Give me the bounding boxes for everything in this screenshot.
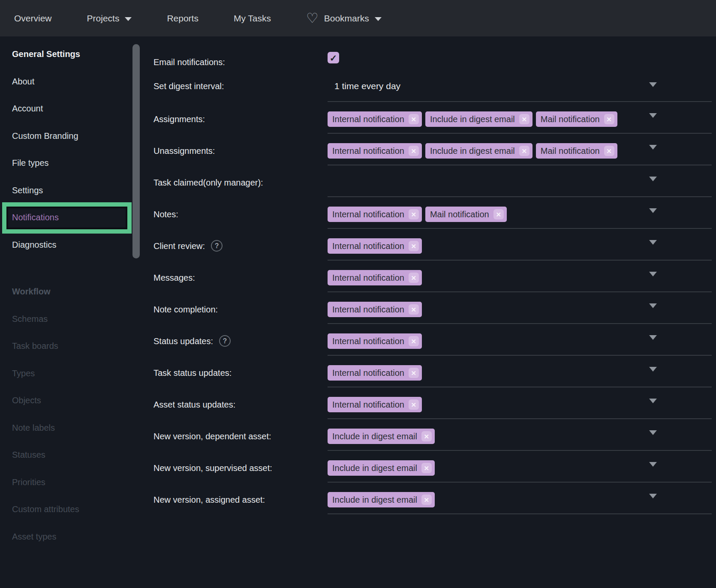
tag-internal-notification: Internal notification ✕ (328, 397, 422, 412)
remove-tag-button[interactable]: ✕ (604, 146, 614, 156)
tag-include-in-digest-email: Include in digest email ✕ (425, 143, 532, 159)
nav-item-overview[interactable]: Overview (14, 13, 52, 24)
remove-tag-button[interactable]: ✕ (519, 114, 529, 124)
tag-mail-notification: Mail notification ✕ (425, 207, 507, 222)
status-updates-multiselect[interactable]: Internal notification ✕ (328, 324, 712, 356)
chevron-down-icon (375, 17, 382, 21)
field-messages: Messages: Internal notification ✕ (141, 261, 716, 292)
nav-item-label: Bookmarks (324, 13, 369, 24)
task-status-updates-multiselect[interactable]: Internal notification ✕ (328, 356, 712, 387)
nav-item-my-tasks[interactable]: My Tasks (234, 13, 271, 24)
close-icon: ✕ (411, 116, 417, 123)
chevron-down-icon (649, 272, 657, 276)
close-icon: ✕ (411, 148, 417, 154)
tag-internal-notification: Internal notification ✕ (328, 111, 422, 127)
close-icon: ✕ (411, 243, 417, 249)
field-status-updates: Status updates: ? Internal notification … (141, 324, 716, 356)
field-label: Task claimed(only manager): (141, 165, 328, 197)
field-assignments: Assignments: Internal notification ✕ Inc… (141, 102, 716, 134)
chevron-down-icon (649, 367, 657, 372)
sidebar-section-gap (0, 258, 141, 278)
remove-tag-button[interactable]: ✕ (604, 114, 614, 124)
close-icon: ✕ (521, 116, 527, 123)
remove-tag-button[interactable]: ✕ (409, 241, 419, 251)
nav-item-label: Reports (167, 13, 199, 24)
chevron-down-icon (649, 335, 657, 340)
close-icon: ✕ (411, 370, 417, 376)
close-icon: ✕ (521, 148, 527, 154)
sidebar-item-custom-branding[interactable]: Custom Branding (0, 123, 141, 150)
field-label: Note completion: (141, 292, 328, 324)
tag-mail-notification: Mail notification ✕ (536, 143, 617, 159)
remove-tag-button[interactable]: ✕ (409, 114, 419, 124)
close-icon: ✕ (411, 211, 417, 218)
remove-tag-button[interactable]: ✕ (409, 273, 419, 283)
sidebar-item-settings[interactable]: Settings (0, 177, 141, 204)
remove-tag-button[interactable]: ✕ (421, 495, 432, 505)
new-version-supervised-multiselect[interactable]: Include in digest email ✕ (328, 451, 712, 483)
sidebar-item-diagnostics[interactable]: Diagnostics (0, 231, 141, 259)
remove-tag-button[interactable]: ✕ (421, 463, 432, 473)
unassignments-multiselect[interactable]: Internal notification ✕ Include in diges… (328, 134, 712, 165)
field-unassignments: Unassignments: Internal notification ✕ I… (141, 134, 716, 165)
chevron-down-icon (649, 240, 657, 245)
remove-tag-button[interactable]: ✕ (409, 368, 419, 378)
nav-item-reports[interactable]: Reports (167, 13, 199, 24)
remove-tag-button[interactable]: ✕ (409, 399, 419, 410)
asset-status-updates-multiselect[interactable]: Internal notification ✕ (328, 387, 712, 419)
tag-include-in-digest-email: Include in digest email ✕ (425, 111, 532, 127)
help-icon[interactable]: ? (219, 335, 231, 347)
new-version-assigned-multiselect[interactable]: Include in digest email ✕ (328, 483, 712, 514)
notes-multiselect[interactable]: Internal notification ✕ Mail notificatio… (328, 197, 712, 229)
nav-item-bookmarks[interactable]: ♡ Bookmarks (306, 12, 382, 25)
help-icon[interactable]: ? (211, 240, 223, 252)
sidebar-header-workflow: Workflow (0, 278, 141, 306)
tag-internal-notification: Internal notification ✕ (328, 270, 422, 285)
sidebar: General Settings About Account Custom Br… (0, 36, 141, 588)
close-icon: ✕ (411, 338, 417, 345)
new-version-dependent-multiselect[interactable]: Include in digest email ✕ (328, 419, 712, 451)
note-completion-multiselect[interactable]: Internal notification ✕ (328, 292, 712, 324)
nav-item-label: Projects (87, 13, 120, 24)
field-task-claimed: Task claimed(only manager): (141, 165, 716, 197)
email-notifications-checkbox[interactable]: ✓ (328, 52, 339, 63)
nav-item-projects[interactable]: Projects (87, 13, 132, 24)
tag-internal-notification: Internal notification ✕ (328, 238, 422, 254)
remove-tag-button[interactable]: ✕ (409, 209, 419, 219)
sidebar-item-task-boards[interactable]: Task boards (0, 333, 141, 360)
remove-tag-button[interactable]: ✕ (409, 146, 419, 156)
remove-tag-button[interactable]: ✕ (409, 336, 419, 346)
sidebar-item-types[interactable]: Types (0, 360, 141, 387)
remove-tag-button[interactable]: ✕ (421, 431, 432, 441)
sidebar-item-priorities[interactable]: Priorities (0, 469, 141, 496)
sidebar-item-statuses[interactable]: Statuses (0, 441, 141, 469)
client-review-multiselect[interactable]: Internal notification ✕ (328, 229, 712, 261)
sidebar-item-schemas[interactable]: Schemas (0, 306, 141, 333)
chevron-down-icon (649, 113, 657, 118)
sidebar-item-about[interactable]: About (0, 68, 141, 96)
nav-item-label: Overview (14, 13, 52, 24)
sidebar-item-notifications[interactable]: Notifications (0, 204, 141, 231)
field-label: Messages: (141, 261, 328, 292)
remove-tag-button[interactable]: ✕ (493, 209, 504, 219)
sidebar-scrollbar[interactable] (132, 44, 140, 258)
remove-tag-button[interactable]: ✕ (409, 304, 419, 315)
sidebar-item-note-labels[interactable]: Note labels (0, 414, 141, 442)
field-client-review: Client review: ? Internal notification ✕ (141, 229, 716, 261)
assignments-multiselect[interactable]: Internal notification ✕ Include in diges… (328, 102, 712, 134)
tag-internal-notification: Internal notification ✕ (328, 333, 422, 349)
app-root: Overview Projects Reports My Tasks ♡ Boo… (0, 0, 716, 588)
sidebar-item-objects[interactable]: Objects (0, 387, 141, 414)
remove-tag-button[interactable]: ✕ (519, 146, 529, 156)
sidebar-item-account[interactable]: Account (0, 95, 141, 123)
messages-multiselect[interactable]: Internal notification ✕ (328, 261, 712, 292)
chevron-down-icon (649, 177, 657, 181)
tag-internal-notification: Internal notification ✕ (328, 365, 422, 381)
digest-interval-select[interactable]: 1 time every day (328, 70, 712, 102)
sidebar-item-file-types[interactable]: File types (0, 150, 141, 177)
sidebar-item-asset-types[interactable]: Asset types (0, 523, 141, 551)
sidebar-item-custom-attributes[interactable]: Custom attributes (0, 496, 141, 523)
task-claimed-multiselect[interactable] (328, 165, 712, 197)
close-icon: ✕ (411, 275, 417, 281)
chevron-down-icon (649, 494, 657, 498)
